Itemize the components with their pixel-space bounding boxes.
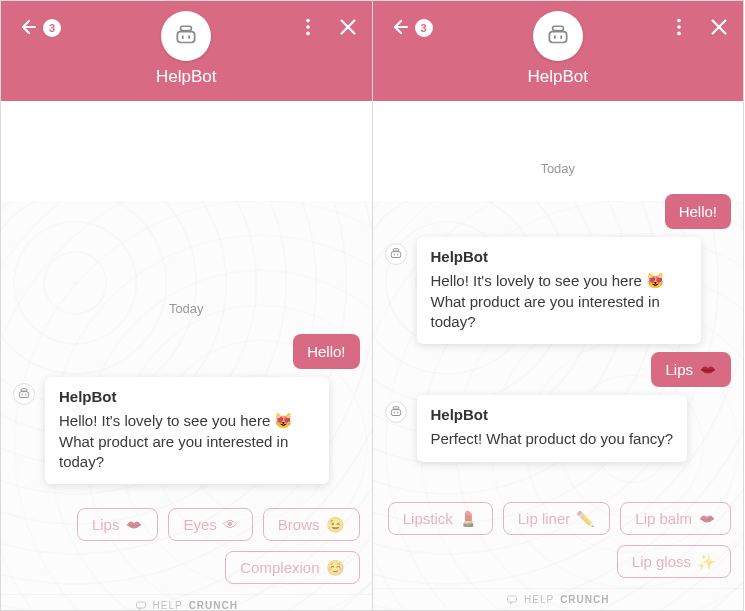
chip-lip-balm[interactable]: Lip balm (620, 502, 731, 535)
message-row-outgoing: Hello! (385, 194, 732, 229)
svg-point-12 (677, 19, 681, 23)
user-message: Lips (651, 352, 731, 387)
more-vertical-icon (668, 16, 690, 38)
wink-icon: 😉 (326, 517, 345, 532)
quick-reply-chips: Lips Eyes 👁 Brows 😉 Complexion ☺️ (1, 494, 372, 594)
chip-label: Lip liner (518, 511, 571, 526)
bot-name: HelpBot (156, 67, 216, 87)
unread-badge: 3 (43, 19, 61, 37)
bot-mini-avatar (385, 401, 407, 423)
svg-rect-10 (136, 602, 145, 608)
pencil-icon: ✏️ (576, 511, 595, 526)
chip-label: Lip balm (635, 511, 692, 526)
day-separator: Today (385, 161, 732, 176)
chip-eyes[interactable]: Eyes 👁 (168, 508, 252, 541)
bot-message: HelpBot Hello! It's lovely to see you he… (417, 237, 701, 344)
bot-icon (17, 387, 31, 401)
message-text: What product are you interested in today… (59, 433, 288, 470)
brand-text-bold: CRUNCH (189, 600, 238, 610)
back-arrow-icon (387, 15, 411, 39)
message-sender: HelpBot (431, 247, 687, 267)
smile-icon: ☺️ (326, 560, 345, 575)
chip-brows[interactable]: Brows 😉 (263, 508, 360, 541)
heart-eyes-cat-icon: 😻 (646, 272, 665, 289)
svg-rect-17 (508, 596, 517, 602)
close-icon (708, 16, 730, 38)
lips-icon (125, 519, 143, 531)
back-button[interactable]: 3 (15, 15, 43, 43)
bot-icon (389, 247, 403, 261)
brand-text-bold: CRUNCH (560, 594, 609, 605)
message-text: Perfect! What product do you fancy? (431, 430, 674, 447)
chip-label: Lipstick (403, 511, 453, 526)
lips-icon (698, 513, 716, 525)
lips-icon (699, 364, 717, 376)
message-row-incoming: HelpBot Hello! It's lovely to see you he… (385, 237, 732, 344)
bot-message: HelpBot Hello! It's lovely to see you he… (45, 377, 329, 484)
bot-avatar (161, 11, 211, 61)
back-button[interactable]: 3 (387, 15, 415, 43)
chat-header: 3 HelpBot (373, 1, 744, 101)
message-text: Hello! It's lovely to see you here (59, 412, 270, 429)
message-row-outgoing: Hello! (13, 334, 360, 369)
lipstick-icon: 💄 (459, 511, 478, 526)
chip-lip-liner[interactable]: Lip liner ✏️ (503, 502, 611, 535)
bot-avatar (533, 11, 583, 61)
chip-label: Lip gloss (632, 554, 691, 569)
more-vertical-icon (297, 16, 319, 38)
back-arrow-icon (15, 15, 39, 39)
brand-text-prefix: HELP (153, 600, 183, 610)
message-row-outgoing: Lips (385, 352, 732, 387)
chat-panel-left: 3 HelpBot Today Hello! (0, 0, 373, 611)
bot-name: HelpBot (528, 67, 588, 87)
message-text: Hello! It's lovely to see you here (431, 272, 642, 289)
close-icon (337, 16, 359, 38)
chat-header: 3 HelpBot (1, 1, 372, 101)
bot-mini-avatar (385, 243, 407, 265)
message-sender: HelpBot (59, 387, 315, 407)
sparkles-icon: ✨ (697, 554, 716, 569)
chat-bubble-icon (135, 600, 147, 611)
brand-footer[interactable]: HELPCRUNCH (1, 594, 372, 610)
svg-point-5 (306, 19, 310, 23)
more-menu-button[interactable] (665, 13, 693, 41)
message-list: Today Hello! HelpBot Hello! It's lovely … (373, 101, 744, 488)
eye-icon: 👁 (223, 517, 238, 532)
svg-point-14 (677, 32, 681, 36)
user-message: Hello! (665, 194, 731, 229)
heart-eyes-cat-icon: 😻 (274, 412, 293, 429)
chip-lipstick[interactable]: Lipstick 💄 (388, 502, 493, 535)
message-sender: HelpBot (431, 405, 674, 425)
message-list: Today Hello! HelpBot Hello! It's lovely … (1, 101, 372, 494)
chat-bubble-icon (506, 594, 518, 606)
close-button[interactable] (334, 13, 362, 41)
bot-icon (173, 23, 199, 49)
user-message: Hello! (293, 334, 359, 369)
quick-reply-chips: Lipstick 💄 Lip liner ✏️ Lip balm Lip glo… (373, 488, 744, 588)
message-text: What product are you interested in today… (431, 293, 660, 330)
message-row-incoming: HelpBot Hello! It's lovely to see you he… (13, 377, 360, 484)
chip-complexion[interactable]: Complexion ☺️ (225, 551, 359, 584)
day-separator: Today (13, 301, 360, 316)
chip-label: Lips (92, 517, 120, 532)
svg-point-6 (306, 25, 310, 29)
chip-label: Brows (278, 517, 320, 532)
bot-mini-avatar (13, 383, 35, 405)
message-text: Lips (665, 361, 693, 378)
brand-text-prefix: HELP (524, 594, 554, 605)
chip-lips[interactable]: Lips (77, 508, 159, 541)
bot-icon (545, 23, 571, 49)
message-row-incoming: HelpBot Perfect! What product do you fan… (385, 395, 732, 462)
close-button[interactable] (705, 13, 733, 41)
chip-label: Eyes (183, 517, 216, 532)
chip-lip-gloss[interactable]: Lip gloss ✨ (617, 545, 731, 578)
brand-footer[interactable]: HELPCRUNCH (373, 588, 744, 610)
chat-panel-right: 3 HelpBot Today Hello! (372, 0, 745, 611)
chip-label: Complexion (240, 560, 319, 575)
more-menu-button[interactable] (294, 13, 322, 41)
bot-icon (389, 405, 403, 419)
bot-message: HelpBot Perfect! What product do you fan… (417, 395, 688, 462)
unread-badge: 3 (415, 19, 433, 37)
svg-point-13 (677, 25, 681, 29)
svg-point-7 (306, 32, 310, 36)
